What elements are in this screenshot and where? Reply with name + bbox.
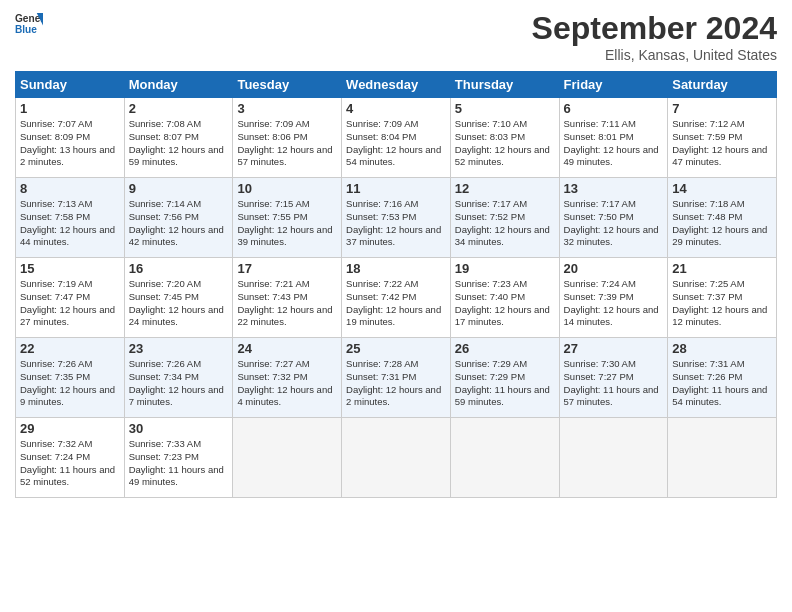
calendar-cell: 13Sunrise: 7:17 AM Sunset: 7:50 PM Dayli… [559, 178, 668, 258]
title-area: September 2024 Ellis, Kansas, United Sta… [532, 10, 777, 63]
day-number: 3 [237, 101, 337, 116]
day-number: 10 [237, 181, 337, 196]
day-detail: Sunrise: 7:26 AM Sunset: 7:34 PM Dayligh… [129, 358, 229, 409]
day-detail: Sunrise: 7:28 AM Sunset: 7:31 PM Dayligh… [346, 358, 446, 409]
col-header-sunday: Sunday [16, 72, 125, 98]
day-number: 26 [455, 341, 555, 356]
day-detail: Sunrise: 7:17 AM Sunset: 7:52 PM Dayligh… [455, 198, 555, 249]
calendar-cell: 23Sunrise: 7:26 AM Sunset: 7:34 PM Dayli… [124, 338, 233, 418]
logo: General Blue [15, 10, 43, 38]
day-detail: Sunrise: 7:10 AM Sunset: 8:03 PM Dayligh… [455, 118, 555, 169]
day-detail: Sunrise: 7:11 AM Sunset: 8:01 PM Dayligh… [564, 118, 664, 169]
calendar-cell: 3Sunrise: 7:09 AM Sunset: 8:06 PM Daylig… [233, 98, 342, 178]
calendar-cell: 9Sunrise: 7:14 AM Sunset: 7:56 PM Daylig… [124, 178, 233, 258]
calendar-cell: 12Sunrise: 7:17 AM Sunset: 7:52 PM Dayli… [450, 178, 559, 258]
col-header-friday: Friday [559, 72, 668, 98]
calendar-container: General Blue September 2024 Ellis, Kansa… [0, 0, 792, 508]
calendar-cell: 27Sunrise: 7:30 AM Sunset: 7:27 PM Dayli… [559, 338, 668, 418]
logo-icon: General Blue [15, 10, 43, 38]
day-number: 16 [129, 261, 229, 276]
day-detail: Sunrise: 7:33 AM Sunset: 7:23 PM Dayligh… [129, 438, 229, 489]
col-header-monday: Monday [124, 72, 233, 98]
col-header-wednesday: Wednesday [342, 72, 451, 98]
day-detail: Sunrise: 7:23 AM Sunset: 7:40 PM Dayligh… [455, 278, 555, 329]
calendar-cell: 25Sunrise: 7:28 AM Sunset: 7:31 PM Dayli… [342, 338, 451, 418]
calendar-cell [559, 418, 668, 498]
col-header-tuesday: Tuesday [233, 72, 342, 98]
day-number: 14 [672, 181, 772, 196]
calendar-cell: 10Sunrise: 7:15 AM Sunset: 7:55 PM Dayli… [233, 178, 342, 258]
calendar-cell: 26Sunrise: 7:29 AM Sunset: 7:29 PM Dayli… [450, 338, 559, 418]
day-detail: Sunrise: 7:13 AM Sunset: 7:58 PM Dayligh… [20, 198, 120, 249]
header-row: SundayMondayTuesdayWednesdayThursdayFrid… [16, 72, 777, 98]
day-detail: Sunrise: 7:20 AM Sunset: 7:45 PM Dayligh… [129, 278, 229, 329]
week-row-3: 15Sunrise: 7:19 AM Sunset: 7:47 PM Dayli… [16, 258, 777, 338]
calendar-cell [668, 418, 777, 498]
week-row-2: 8Sunrise: 7:13 AM Sunset: 7:58 PM Daylig… [16, 178, 777, 258]
day-number: 11 [346, 181, 446, 196]
calendar-cell: 11Sunrise: 7:16 AM Sunset: 7:53 PM Dayli… [342, 178, 451, 258]
col-header-thursday: Thursday [450, 72, 559, 98]
calendar-cell [233, 418, 342, 498]
day-number: 9 [129, 181, 229, 196]
calendar-cell: 2Sunrise: 7:08 AM Sunset: 8:07 PM Daylig… [124, 98, 233, 178]
calendar-cell: 29Sunrise: 7:32 AM Sunset: 7:24 PM Dayli… [16, 418, 125, 498]
day-detail: Sunrise: 7:09 AM Sunset: 8:06 PM Dayligh… [237, 118, 337, 169]
day-detail: Sunrise: 7:22 AM Sunset: 7:42 PM Dayligh… [346, 278, 446, 329]
day-detail: Sunrise: 7:27 AM Sunset: 7:32 PM Dayligh… [237, 358, 337, 409]
week-row-1: 1Sunrise: 7:07 AM Sunset: 8:09 PM Daylig… [16, 98, 777, 178]
day-detail: Sunrise: 7:16 AM Sunset: 7:53 PM Dayligh… [346, 198, 446, 249]
day-detail: Sunrise: 7:12 AM Sunset: 7:59 PM Dayligh… [672, 118, 772, 169]
calendar-cell: 1Sunrise: 7:07 AM Sunset: 8:09 PM Daylig… [16, 98, 125, 178]
day-number: 5 [455, 101, 555, 116]
day-number: 22 [20, 341, 120, 356]
day-detail: Sunrise: 7:25 AM Sunset: 7:37 PM Dayligh… [672, 278, 772, 329]
day-number: 21 [672, 261, 772, 276]
day-detail: Sunrise: 7:31 AM Sunset: 7:26 PM Dayligh… [672, 358, 772, 409]
day-number: 1 [20, 101, 120, 116]
day-number: 30 [129, 421, 229, 436]
calendar-cell: 19Sunrise: 7:23 AM Sunset: 7:40 PM Dayli… [450, 258, 559, 338]
day-number: 13 [564, 181, 664, 196]
day-number: 19 [455, 261, 555, 276]
location: Ellis, Kansas, United States [532, 47, 777, 63]
day-detail: Sunrise: 7:19 AM Sunset: 7:47 PM Dayligh… [20, 278, 120, 329]
day-number: 18 [346, 261, 446, 276]
col-header-saturday: Saturday [668, 72, 777, 98]
calendar-table: SundayMondayTuesdayWednesdayThursdayFrid… [15, 71, 777, 498]
calendar-cell [342, 418, 451, 498]
calendar-cell: 20Sunrise: 7:24 AM Sunset: 7:39 PM Dayli… [559, 258, 668, 338]
calendar-cell: 21Sunrise: 7:25 AM Sunset: 7:37 PM Dayli… [668, 258, 777, 338]
calendar-cell: 15Sunrise: 7:19 AM Sunset: 7:47 PM Dayli… [16, 258, 125, 338]
calendar-cell: 8Sunrise: 7:13 AM Sunset: 7:58 PM Daylig… [16, 178, 125, 258]
day-number: 28 [672, 341, 772, 356]
calendar-cell: 16Sunrise: 7:20 AM Sunset: 7:45 PM Dayli… [124, 258, 233, 338]
day-detail: Sunrise: 7:08 AM Sunset: 8:07 PM Dayligh… [129, 118, 229, 169]
day-detail: Sunrise: 7:29 AM Sunset: 7:29 PM Dayligh… [455, 358, 555, 409]
day-number: 15 [20, 261, 120, 276]
calendar-cell: 14Sunrise: 7:18 AM Sunset: 7:48 PM Dayli… [668, 178, 777, 258]
day-number: 17 [237, 261, 337, 276]
day-detail: Sunrise: 7:17 AM Sunset: 7:50 PM Dayligh… [564, 198, 664, 249]
day-number: 24 [237, 341, 337, 356]
day-detail: Sunrise: 7:30 AM Sunset: 7:27 PM Dayligh… [564, 358, 664, 409]
calendar-cell: 5Sunrise: 7:10 AM Sunset: 8:03 PM Daylig… [450, 98, 559, 178]
day-number: 12 [455, 181, 555, 196]
calendar-cell: 30Sunrise: 7:33 AM Sunset: 7:23 PM Dayli… [124, 418, 233, 498]
day-number: 27 [564, 341, 664, 356]
day-detail: Sunrise: 7:32 AM Sunset: 7:24 PM Dayligh… [20, 438, 120, 489]
day-detail: Sunrise: 7:14 AM Sunset: 7:56 PM Dayligh… [129, 198, 229, 249]
day-detail: Sunrise: 7:15 AM Sunset: 7:55 PM Dayligh… [237, 198, 337, 249]
day-detail: Sunrise: 7:18 AM Sunset: 7:48 PM Dayligh… [672, 198, 772, 249]
header: General Blue September 2024 Ellis, Kansa… [15, 10, 777, 63]
day-number: 4 [346, 101, 446, 116]
day-number: 6 [564, 101, 664, 116]
day-number: 23 [129, 341, 229, 356]
calendar-cell: 18Sunrise: 7:22 AM Sunset: 7:42 PM Dayli… [342, 258, 451, 338]
calendar-cell: 6Sunrise: 7:11 AM Sunset: 8:01 PM Daylig… [559, 98, 668, 178]
day-number: 7 [672, 101, 772, 116]
calendar-cell: 28Sunrise: 7:31 AM Sunset: 7:26 PM Dayli… [668, 338, 777, 418]
calendar-cell: 24Sunrise: 7:27 AM Sunset: 7:32 PM Dayli… [233, 338, 342, 418]
calendar-cell: 7Sunrise: 7:12 AM Sunset: 7:59 PM Daylig… [668, 98, 777, 178]
calendar-cell: 4Sunrise: 7:09 AM Sunset: 8:04 PM Daylig… [342, 98, 451, 178]
